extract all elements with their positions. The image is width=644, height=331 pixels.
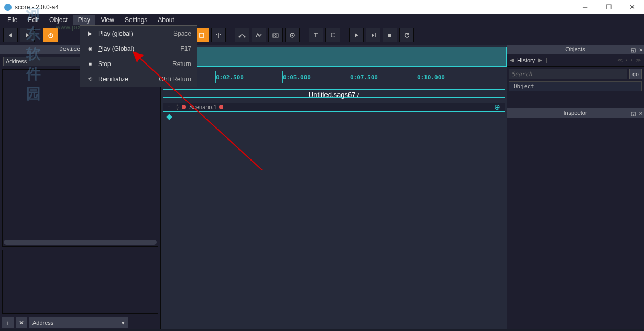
- right-panel: Objects ◱ ✕ ◀ History ▶ | ≪ ‹ › ≫ go Obj…: [507, 45, 644, 329]
- shortcut-label: Return: [172, 60, 191, 68]
- play-icon: ▶: [85, 30, 95, 36]
- menu-settings[interactable]: Settings: [119, 15, 152, 25]
- power-button[interactable]: [43, 28, 58, 42]
- hscrollbar[interactable]: [4, 240, 157, 245]
- ruler-tick: 0:10.000: [417, 74, 445, 81]
- maximize-button[interactable]: ☐: [597, 0, 620, 14]
- window-titlebar: score - 2.0.0-a4 ─ ☐ ✕: [0, 0, 644, 14]
- inspector-body: [507, 118, 644, 329]
- snapshot-icon[interactable]: [268, 28, 283, 42]
- object-column-header: Object: [509, 81, 642, 91]
- undock-icon[interactable]: ◱: [631, 46, 636, 55]
- close-panel-icon[interactable]: ✕: [639, 109, 643, 119]
- history-row: ◀ History ▶ | ≪ ‹ › ≫: [507, 54, 644, 67]
- shortcut-label: Space: [173, 30, 191, 37]
- device-tree[interactable]: [2, 69, 158, 247]
- history-fwd-icon[interactable]: ▶: [538, 57, 542, 63]
- timeline-panel: 0:02.500 0:05.000 0:07.500 0:10.000 Unti…: [161, 45, 507, 329]
- menu-play[interactable]: Play: [73, 15, 95, 25]
- automation-icon[interactable]: [252, 28, 266, 42]
- play-marker-button[interactable]: [366, 28, 380, 42]
- ruler-tick: 0:05.000: [283, 74, 311, 81]
- remove-device-button[interactable]: [16, 317, 27, 328]
- shortcut-label: Ctrl+Return: [159, 76, 191, 83]
- curve-icon[interactable]: [235, 28, 249, 42]
- menu-stop[interactable]: ■ Stop Return: [80, 56, 197, 71]
- play-button[interactable]: [349, 28, 364, 42]
- search-go-button[interactable]: go: [629, 69, 642, 79]
- trigger-dot-icon: [182, 105, 186, 109]
- menubar: File Edit Object Play View Settings Abou…: [0, 14, 644, 26]
- device-footer: + Address▾: [0, 316, 160, 329]
- nav-prev-icon[interactable]: ‹: [626, 57, 627, 63]
- nav-last-icon[interactable]: ≫: [636, 57, 641, 63]
- svg-point-9: [292, 35, 293, 36]
- trigger-dot-icon: [219, 105, 223, 109]
- inspector-panel-header: Inspector ◱ ✕: [507, 108, 644, 118]
- reinit-button[interactable]: [399, 28, 414, 42]
- menu-file[interactable]: File: [2, 15, 23, 25]
- search-row: go: [507, 67, 644, 81]
- menu-object[interactable]: Object: [44, 15, 73, 25]
- svg-rect-14: [388, 34, 391, 37]
- objects-list[interactable]: [507, 91, 644, 108]
- window-title: score - 2.0.0-a4: [15, 4, 573, 11]
- track-label: Scenario.1: [189, 104, 217, 110]
- undo-button[interactable]: [3, 28, 18, 42]
- history-label: History: [517, 57, 535, 63]
- stop-button[interactable]: [383, 28, 397, 42]
- close-panel-icon[interactable]: ✕: [639, 46, 643, 55]
- ruler-tick: 0:07.500: [350, 74, 378, 81]
- record-icon[interactable]: [285, 28, 300, 42]
- menu-play-global[interactable]: ▶ Play (global) Space: [80, 26, 197, 41]
- objects-panel-header: Objects ◱ ✕: [507, 45, 644, 54]
- device-explorer-panel: Device Expl… + Address▾: [0, 45, 161, 329]
- svg-point-7: [275, 35, 277, 37]
- window-controls: ─ ☐ ✕: [573, 0, 644, 14]
- menu-reinitialize[interactable]: ⟲ Reinitialize Ctrl+Return: [80, 71, 197, 87]
- shortcut-label: F17: [180, 45, 191, 52]
- timeline-main-interval[interactable]: [186, 47, 507, 67]
- scenario-track[interactable]: ⋮ I⟩ Scenario.1 ⊕: [163, 103, 505, 112]
- search-input[interactable]: [509, 69, 627, 79]
- svg-text:C: C: [331, 31, 335, 39]
- svg-point-5: [244, 36, 246, 38]
- undock-icon[interactable]: ◱: [631, 109, 636, 119]
- close-button[interactable]: ✕: [620, 0, 644, 14]
- play-circle-icon: ◉: [85, 46, 95, 51]
- nav-next-icon[interactable]: ›: [631, 57, 632, 63]
- condition-icon[interactable]: C: [325, 28, 340, 42]
- nav-first-icon[interactable]: ≪: [617, 57, 623, 63]
- split-tool-button[interactable]: [211, 28, 226, 42]
- playhead-marker[interactable]: [166, 114, 172, 120]
- reload-icon: ⟲: [85, 76, 95, 82]
- minimize-button[interactable]: ─: [573, 0, 597, 14]
- menu-edit[interactable]: Edit: [23, 15, 44, 25]
- app-icon: [4, 4, 12, 11]
- svg-point-4: [239, 36, 241, 38]
- device-details: [2, 250, 158, 314]
- redo-button[interactable]: [20, 28, 35, 42]
- trigger-icon[interactable]: [309, 28, 323, 42]
- svg-rect-2: [200, 33, 204, 37]
- history-back-icon[interactable]: ◀: [510, 57, 514, 63]
- ruler-tick: 0:02.500: [216, 74, 244, 81]
- scenario-header[interactable]: Untitled.sags67 /: [163, 89, 505, 98]
- menu-view[interactable]: View: [95, 15, 119, 25]
- main-layout: Device Expl… + Address▾ 0:02.500 0:05.00…: [0, 45, 644, 329]
- play-menu-dropdown: ▶ Play (global) Space ◉ Play (Global) F1…: [80, 25, 197, 87]
- add-process-icon[interactable]: ⊕: [494, 103, 500, 111]
- menu-play-global-alt[interactable]: ◉ Play (Global) F17: [80, 41, 197, 56]
- scenario-title: Untitled.sags67 /: [309, 91, 359, 99]
- timeline-ruler[interactable]: 0:02.500 0:05.000 0:07.500 0:10.000: [161, 71, 507, 83]
- stop-icon: ■: [85, 61, 95, 67]
- protocol-select[interactable]: Address▾: [29, 317, 128, 328]
- add-device-button[interactable]: +: [2, 317, 14, 328]
- menu-about[interactable]: About: [152, 15, 179, 25]
